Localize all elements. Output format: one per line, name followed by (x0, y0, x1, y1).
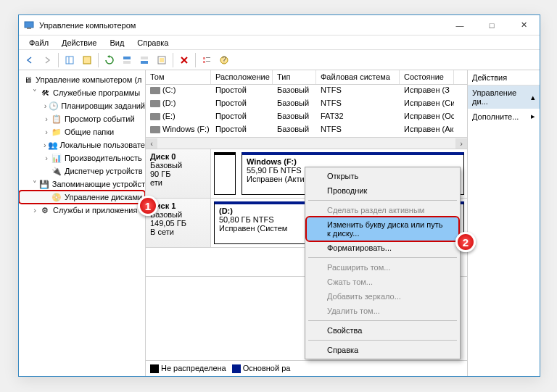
delete-button[interactable] (176, 52, 192, 68)
close-button[interactable]: ✕ (508, 15, 540, 36)
ctx-help[interactable]: Справка (307, 343, 458, 357)
menu-separator (308, 257, 457, 258)
window: Управление компьютером — □ ✕ Файл Действ… (18, 14, 540, 377)
volume-icon (150, 126, 160, 133)
legend-primary: Основной ра (232, 364, 291, 373)
volume-icon (150, 100, 160, 107)
svg-rect-7 (141, 57, 148, 59)
tree-devmgr[interactable]: 🔌Диспетчер устройств (19, 164, 145, 178)
tree-eventviewer[interactable]: ›📋Просмотр событий (19, 112, 145, 125)
menu-help[interactable]: Справка (131, 37, 174, 49)
disk-header[interactable]: Диск 0 Базовый 90 ГБ ети (146, 149, 211, 198)
svg-rect-11 (203, 57, 205, 59)
menu-view[interactable]: Вид (104, 37, 130, 49)
col-volume[interactable]: Том (146, 70, 211, 84)
col-status[interactable]: Состояние (400, 70, 454, 84)
actions-header: Действия (468, 70, 540, 86)
app-icon (23, 20, 35, 31)
volume-row[interactable]: (C:)ПростойБазовыйNTFSИсправен (З (146, 85, 467, 98)
window-controls: — □ ✕ (444, 15, 540, 36)
action-item[interactable]: Дополните...▸ (468, 109, 540, 124)
svg-text:?: ? (222, 55, 226, 64)
menubar: Файл Действие Вид Справка (19, 36, 540, 50)
properties-button[interactable] (79, 52, 95, 68)
svg-rect-6 (123, 61, 131, 64)
device-icon: 🔌 (51, 165, 62, 177)
ctx-extend: Расширить том... (307, 260, 458, 275)
volume-row[interactable]: Windows (F:)ПростойБазовыйNTFSИсправен (… (146, 124, 467, 137)
chevron-right-icon: ▸ (531, 112, 535, 121)
legend: Не распределена Основной ра (146, 360, 467, 376)
ctx-properties[interactable]: Свойства (307, 323, 458, 338)
tree-diskmgmt[interactable]: 📀Управление дисками (19, 191, 145, 204)
tree-shared[interactable]: ›📁Общие папки (19, 125, 145, 138)
actions-pane: Действия Управление ди...▴ Дополните...▸ (467, 70, 540, 376)
svg-rect-13 (203, 61, 205, 63)
tree-root[interactable]: 🖥Управление компьютером (л (19, 73, 145, 86)
context-menu: Открыть Проводник Сделать раздел активны… (305, 167, 461, 359)
tree-users[interactable]: ›👥Локальные пользовате (19, 138, 145, 151)
tree-perf[interactable]: ›📊Производительность (19, 151, 145, 164)
help-button[interactable]: ? (216, 52, 232, 68)
volume-list: Том Расположение Тип Файловая система Со… (146, 70, 467, 149)
view-top-button[interactable] (119, 52, 135, 68)
menu-file[interactable]: Файл (23, 37, 54, 49)
menu-separator (308, 200, 457, 201)
folder-icon: 📁 (51, 126, 62, 138)
show-hide-button[interactable] (62, 52, 78, 68)
perf-icon: 📊 (51, 152, 62, 164)
view-bottom-button[interactable] (136, 52, 152, 68)
back-button[interactable] (22, 52, 38, 68)
menu-separator (308, 320, 457, 321)
ctx-active: Сделать раздел активным (307, 203, 458, 217)
callout-badge-2: 2 (455, 232, 476, 252)
ctx-delete: Удалить том... (307, 304, 458, 318)
users-icon: 👥 (48, 139, 58, 151)
col-type[interactable]: Тип (273, 70, 316, 84)
svg-rect-2 (66, 57, 73, 64)
ctx-mirror: Добавить зеркало... (307, 289, 458, 304)
volume-row[interactable]: (E:)ПростойБазовыйFAT32Исправен (Ос (146, 111, 467, 124)
svg-rect-4 (83, 57, 91, 64)
disk-icon: 📀 (51, 191, 62, 203)
titlebar: Управление компьютером — □ ✕ (19, 15, 540, 36)
ctx-shrink: Сжать том... (307, 275, 458, 289)
arrow-left-icon[interactable]: ‹ (146, 138, 157, 149)
tree-storage[interactable]: ˅💾Запоминающие устройст (19, 178, 145, 191)
svg-rect-1 (27, 28, 31, 29)
toolbar: ? (19, 50, 540, 70)
ctx-change-letter[interactable]: Изменить букву диска или путь к диску... (307, 217, 458, 241)
action-item[interactable]: Управление ди...▴ (468, 86, 540, 109)
volume-icon (150, 87, 160, 94)
menu-separator (308, 340, 457, 341)
settings-button[interactable] (154, 52, 170, 68)
menu-action[interactable]: Действие (56, 37, 102, 49)
maximize-button[interactable]: □ (476, 15, 508, 36)
forward-button[interactable] (39, 52, 55, 68)
grid-header: Том Расположение Тип Файловая система Со… (146, 70, 467, 85)
detail-button[interactable] (199, 52, 215, 68)
tree-system-tools[interactable]: ˅🛠Служебные программы (19, 86, 145, 99)
svg-rect-12 (206, 57, 210, 58)
ctx-format[interactable]: Форматировать... (307, 241, 458, 255)
minimize-button[interactable]: — (444, 15, 476, 36)
legend-unalloc: Не распределена (150, 364, 226, 373)
volume-icon (150, 113, 160, 120)
body: 🖥Управление компьютером (л ˅🛠Служебные п… (19, 70, 540, 376)
grid-hscroll[interactable]: ‹› (146, 137, 467, 149)
tree-scheduler[interactable]: ›🕒Планировщик заданий (19, 99, 145, 112)
ctx-open[interactable]: Открыть (307, 169, 458, 183)
volume-row[interactable]: (D:)ПростойБазовыйNTFSИсправен (Си (146, 98, 467, 111)
svg-rect-0 (25, 22, 33, 28)
svg-rect-5 (123, 57, 131, 59)
tools-icon: 🛠 (39, 87, 51, 99)
col-layout[interactable]: Расположение (211, 70, 273, 84)
storage-icon: 💾 (38, 178, 49, 190)
refresh-button[interactable] (102, 52, 117, 68)
tree-services[interactable]: ›⚙Службы и приложения (19, 204, 145, 217)
ctx-explore[interactable]: Проводник (307, 183, 458, 198)
col-fs[interactable]: Файловая система (316, 70, 400, 84)
volume-block[interactable] (214, 152, 236, 195)
services-icon: ⚙ (39, 204, 51, 216)
arrow-right-icon[interactable]: › (455, 138, 467, 149)
